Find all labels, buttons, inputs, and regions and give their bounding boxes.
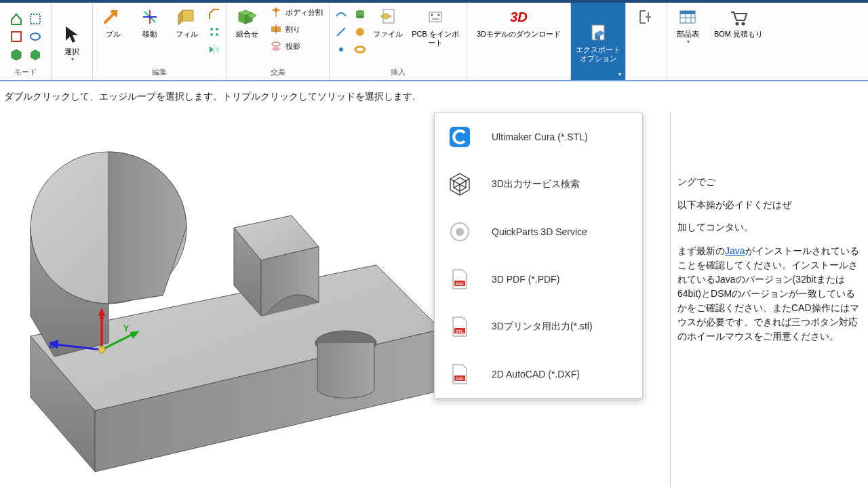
split-button[interactable]: 割り	[267, 21, 325, 37]
export-options-button[interactable]: エクスポートオプション ▾	[571, 3, 625, 80]
mode-small-tools	[9, 9, 24, 62]
insert-small-1	[334, 4, 349, 57]
axis-icon[interactable]	[334, 24, 349, 39]
svg-point-38	[736, 22, 739, 26]
pull-tool-button[interactable]: プル	[97, 4, 130, 39]
svg-text:DXF: DXF	[456, 377, 464, 381]
svg-point-55	[98, 346, 105, 353]
ribbon-group-label: モード	[4, 66, 47, 80]
cursor-icon	[60, 23, 83, 46]
export-item-dxf[interactable]: DXF 2D AutoCAD (*.DXF)	[435, 350, 642, 398]
pattern-icon[interactable]	[207, 24, 222, 39]
bom-quote-button[interactable]: BOM 見積もり	[708, 4, 769, 39]
svg-point-10	[210, 33, 213, 36]
split-icon	[269, 22, 283, 36]
home-view-icon[interactable]	[9, 12, 24, 26]
point-icon[interactable]	[334, 42, 349, 57]
combine-button[interactable]: 組合せ	[231, 4, 263, 39]
download-3d-button[interactable]: 3D 3Dモデルのダウンロード	[471, 4, 566, 39]
bom-table-button[interactable]: 部品表 ▾	[671, 4, 704, 45]
help-paragraph: ングでご	[677, 175, 864, 189]
adjust-button[interactable]	[630, 4, 663, 39]
svg-point-8	[210, 28, 213, 30]
axis-gizmo: X Y Z	[81, 309, 163, 390]
svg-point-22	[339, 47, 343, 52]
java-link[interactable]: Java	[725, 245, 745, 256]
viewport-3d[interactable]: X Y Z Ultimaker Cura (*.STL) 3D出力サービス検索 …	[0, 113, 670, 487]
projection-button[interactable]: 投影	[267, 38, 325, 54]
iso-view-icon[interactable]	[9, 47, 24, 62]
export-item-label: 3Dプリンタ用出力(*.stl)	[492, 321, 593, 333]
export-item-label: Ultimaker Cura (*.STL)	[492, 131, 588, 142]
svg-text:PDF: PDF	[456, 282, 464, 286]
cura-icon	[447, 124, 473, 150]
move-tool-button[interactable]: 移動	[134, 4, 166, 39]
select-tool-button[interactable]: 選択 ▾	[56, 4, 88, 80]
select-lasso-icon[interactable]	[28, 29, 43, 44]
chamfer-icon[interactable]	[207, 7, 222, 22]
cart-icon	[727, 5, 750, 28]
stl-file-icon: STL	[447, 314, 473, 340]
export-item-3dpdf[interactable]: PDF 3D PDF (*.PDF)	[435, 256, 642, 303]
insert-file-button[interactable]: ファイル	[372, 4, 404, 39]
svg-point-31	[431, 14, 433, 16]
main-area: X Y Z Ultimaker Cura (*.STL) 3D出力サービス検索 …	[0, 113, 868, 487]
move-axes-icon	[138, 5, 161, 28]
chevron-down-icon: ▾	[71, 56, 74, 62]
lattice-sphere-icon	[447, 171, 473, 197]
body-split-button[interactable]: ボディ分割	[267, 4, 325, 20]
ribbon-group-download: 3D 3Dモデルのダウンロード	[467, 3, 571, 80]
svg-point-21	[272, 47, 280, 51]
svg-marker-13	[215, 46, 219, 53]
help-paragraph: 加してコンタい。	[677, 220, 864, 235]
mirror-icon[interactable]	[207, 42, 222, 57]
caliper-icon	[635, 5, 658, 28]
select-solid-icon[interactable]	[28, 47, 43, 62]
svg-line-51	[102, 333, 136, 350]
help-paragraph: まず最新のJavaがインストールされていることを確認してください。インストールさ…	[677, 244, 864, 344]
fill-cube-icon	[175, 5, 198, 28]
svg-line-53	[54, 344, 102, 350]
sphere-icon[interactable]	[353, 24, 368, 39]
help-paragraph: 以下本操が必イドくだはぜ	[677, 196, 864, 214]
fill-tool-button[interactable]: フィル	[170, 4, 203, 39]
plane-icon[interactable]	[334, 7, 349, 22]
combine-cubes-icon	[235, 5, 258, 28]
torus-icon[interactable]	[353, 42, 368, 57]
svg-point-39	[742, 22, 745, 26]
svg-rect-1	[12, 32, 21, 41]
export-item-label: QuickParts 3D Service	[492, 226, 587, 237]
cylinder-icon[interactable]	[353, 7, 368, 22]
ribbon-group-adjust: x	[626, 3, 667, 80]
hint-text: ダブルクリックして、エッジループを選択します。トリプルクリックしてソリッドを選択…	[4, 91, 415, 102]
svg-point-32	[438, 14, 440, 16]
ribbon-group-mode: モード	[0, 3, 52, 80]
svg-marker-52	[130, 331, 140, 339]
svg-point-25	[356, 16, 364, 18]
pcb-import-button[interactable]: PCB をインポート	[408, 4, 462, 47]
export-item-3d-service[interactable]: 3D出力サービス検索	[435, 161, 642, 208]
cross-mini-col: ボディ分割 割り 投影	[267, 4, 325, 54]
mode-small-tools-2	[28, 9, 43, 62]
svg-marker-5	[31, 49, 40, 60]
export-item-label: 3D PDF (*.PDF)	[492, 274, 559, 285]
export-item-quickparts[interactable]: QuickParts 3D Service	[435, 208, 642, 256]
svg-rect-30	[429, 12, 441, 22]
chevron-down-icon: ▾	[687, 39, 690, 45]
hint-bar: ダブルクリックして、エッジループを選択します。トリプルクリックしてソリッドを選択…	[0, 81, 868, 113]
svg-point-4	[31, 33, 40, 40]
axis-label-z: Z	[49, 340, 54, 350]
export-item-label: 2D AutoCAD (*.DXF)	[492, 369, 580, 380]
export-item-cura[interactable]: Ultimaker Cura (*.STL)	[435, 113, 642, 161]
ribbon-group-edit: プル 移動 フィル 編集	[93, 3, 226, 80]
select-box-icon[interactable]	[28, 12, 43, 26]
insert-small-2	[353, 4, 368, 57]
export-item-stl[interactable]: STL 3Dプリンタ用出力(*.stl)	[435, 303, 642, 350]
svg-rect-3	[31, 14, 40, 24]
chevron-down-icon: ▾	[618, 71, 621, 77]
dxf-file-icon: DXF	[447, 361, 473, 387]
plan-view-icon[interactable]	[9, 29, 24, 44]
svg-rect-37	[680, 11, 695, 14]
svg-marker-2	[12, 49, 21, 60]
svg-point-27	[355, 47, 365, 52]
